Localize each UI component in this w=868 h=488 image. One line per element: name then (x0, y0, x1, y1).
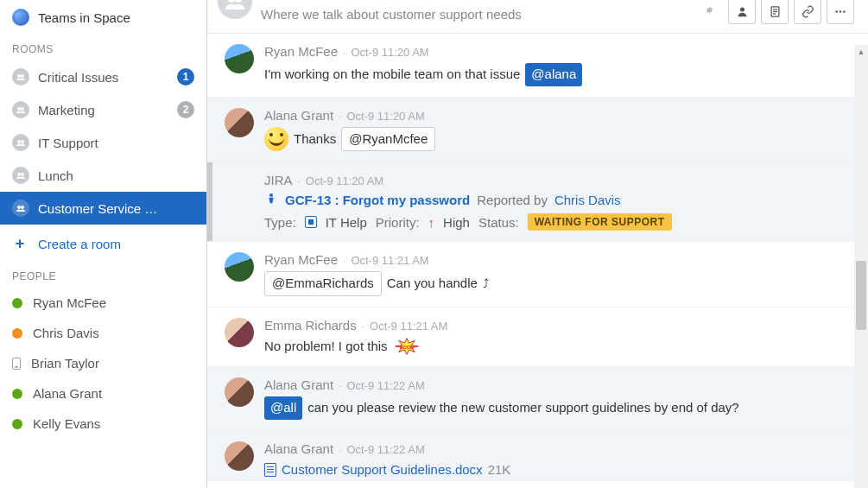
room-label: Marketing (38, 103, 168, 117)
workspace-icon (12, 9, 29, 26)
status-online-icon (12, 389, 22, 399)
message-author[interactable]: Alana Grant (264, 108, 333, 123)
sidebar: Teams in Space ROOMS Critical Issues 1 M… (0, 0, 207, 488)
document-icon (264, 463, 276, 477)
message-author[interactable]: Ryan McFee (264, 252, 338, 267)
document-size: 21K (488, 460, 511, 480)
files-button[interactable] (761, 0, 789, 24)
reported-by-label: Reported by (477, 193, 548, 207)
avatar[interactable] (225, 377, 254, 407)
room-it-support[interactable]: IT Support (0, 126, 206, 159)
message-time: Oct-9 11:21 AM (370, 320, 447, 333)
message-time: Oct-9 11:21 AM (351, 254, 428, 267)
scroll-thumb[interactable] (856, 261, 866, 330)
status-label: Status: (478, 215, 519, 230)
more-button[interactable] (827, 0, 854, 24)
message-time: Oct-9 11:20 AM (346, 110, 424, 123)
message-text: Customer Support Guidelines.docx 21K (264, 460, 849, 480)
type-value: IT Help (326, 215, 367, 230)
svg-point-0 (17, 74, 21, 78)
person-name: Brian Taylor (31, 356, 99, 371)
boom-icon: BOOM (393, 337, 421, 356)
message-author[interactable]: JIRA (264, 173, 293, 187)
room-icon (12, 134, 29, 151)
room-critical-issues[interactable]: Critical Issues 1 (0, 60, 206, 93)
message-text: @all can you please review the new custo… (264, 396, 849, 420)
room-label: IT Support (38, 136, 194, 150)
avatar[interactable] (225, 108, 254, 137)
message-text: Thanks @RyanMcfee (264, 127, 849, 152)
priority-value: High (443, 215, 470, 230)
message: Ryan McFee·Oct-9 11:20 AM I'm working on… (207, 34, 868, 97)
jira-issue-link[interactable]: GCF-13 : Forgot my password (285, 193, 470, 207)
status-online-icon (12, 419, 22, 429)
links-button[interactable] (794, 0, 821, 24)
redirect-icon: ⤴ (483, 275, 489, 293)
workspace-name: Teams in Space (38, 10, 130, 25)
room-marketing[interactable]: Marketing 2 (0, 93, 206, 126)
workspace-header[interactable]: Teams in Space (0, 3, 206, 36)
rooms-section-label: ROOMS (0, 36, 206, 60)
message: Alana Grant·Oct-9 11:22 AM @all can you … (207, 366, 868, 430)
room-label: Critical Issues (38, 70, 168, 85)
message-author[interactable]: Alana Grant (264, 441, 333, 456)
person-kelly-evans[interactable]: Kelly Evans (0, 409, 206, 439)
priority-icon: ↑ (428, 215, 435, 230)
message-text: I'm working on the mobile team on that i… (264, 63, 849, 86)
main-panel: Customer Service & Support Where we talk… (207, 0, 868, 488)
notifications-icon[interactable] (695, 0, 723, 24)
document-link[interactable]: Customer Support Guidelines.docx (282, 460, 483, 480)
message: Alana Grant·Oct-9 11:22 AM Customer Supp… (207, 430, 868, 482)
jira-icon (264, 192, 278, 208)
person-name: Alana Grant (33, 386, 102, 401)
status-away-icon (12, 328, 22, 339)
message-time: Oct-9 11:22 AM (346, 379, 424, 392)
mention-all[interactable]: @all (264, 396, 302, 420)
mention[interactable]: @alana (525, 63, 582, 86)
avatar[interactable] (225, 252, 254, 282)
svg-point-7 (21, 173, 24, 176)
room-label: Customer Service … (38, 201, 194, 216)
room-customer-service[interactable]: Customer Service … (0, 192, 206, 225)
jira-message: JIRA·Oct-9 11:20 AM GCF-13 : Forgot my p… (207, 162, 868, 241)
room-icon (12, 68, 29, 86)
person-ryan-mcfee[interactable]: Ryan McFee (0, 288, 206, 318)
message: Emma Richards·Oct-9 11:21 AM No problem!… (207, 307, 868, 367)
people-button[interactable] (728, 0, 756, 24)
priority-label: Priority: (376, 215, 420, 230)
header-actions (695, 0, 854, 24)
person-chris-davis[interactable]: Chris Davis (0, 318, 206, 348)
reporter-link[interactable]: Chris Davis (554, 193, 621, 207)
person-alana-grant[interactable]: Alana Grant (0, 378, 206, 409)
avatar[interactable] (225, 44, 254, 73)
scrollbar[interactable]: ▲ (854, 45, 868, 488)
message-time: Oct-9 11:20 AM (351, 46, 428, 59)
message-author[interactable]: Emma Richards (264, 318, 357, 333)
svg-point-3 (21, 107, 24, 111)
emoji-smile-icon (264, 127, 288, 151)
message-author[interactable]: Alana Grant (264, 377, 333, 392)
messages-list[interactable]: Ryan McFee·Oct-9 11:20 AM I'm working on… (207, 34, 868, 488)
scroll-up-icon[interactable]: ▲ (854, 45, 868, 59)
mention[interactable]: @EmmaRichards (264, 271, 382, 296)
message-author[interactable]: Ryan McFee (264, 44, 338, 59)
mention[interactable]: @RyanMcfee (341, 127, 435, 152)
avatar[interactable] (225, 318, 254, 347)
type-label: Type: (264, 215, 296, 230)
svg-point-5 (21, 140, 24, 143)
person-name: Chris Davis (33, 326, 99, 340)
room-header: Customer Service & Support Where we talk… (207, 0, 868, 34)
people-section-label: PEOPLE (0, 263, 206, 288)
room-lunch[interactable]: Lunch (0, 159, 206, 192)
svg-point-18 (839, 10, 842, 13)
create-room-button[interactable]: + Create a room (0, 225, 206, 263)
room-icon (12, 200, 29, 217)
svg-point-11 (235, 0, 242, 3)
room-badge: 2 (177, 101, 194, 118)
svg-point-19 (843, 10, 846, 13)
svg-point-6 (17, 173, 21, 176)
svg-point-2 (17, 107, 21, 111)
message-text: No problem! I got this BOOM (264, 337, 849, 357)
avatar[interactable] (225, 441, 254, 471)
person-brian-taylor[interactable]: Brian Taylor (0, 348, 206, 378)
